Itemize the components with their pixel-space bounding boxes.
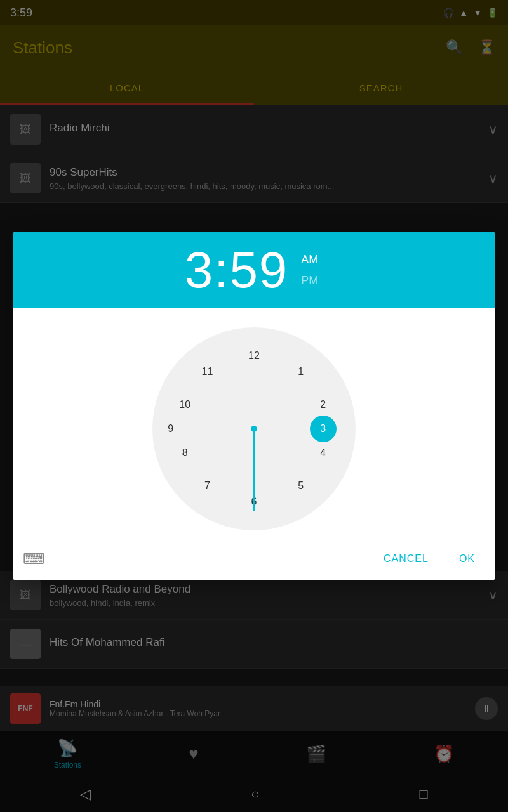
clock-number-8[interactable]: 8 [173, 442, 196, 464]
clock-number-3-selected[interactable]: 3 [310, 416, 337, 442]
ampm-selector: AM PM [296, 251, 323, 290]
clock-number-12[interactable]: 12 [243, 344, 265, 367]
clock-number-5[interactable]: 5 [290, 475, 312, 497]
ok-button[interactable]: OK [449, 548, 485, 570]
timepicker-dialog: 3:59 AM PM 12 1 2 3 4 5 [13, 232, 495, 580]
clock-number-7[interactable]: 7 [196, 475, 218, 497]
am-button[interactable]: AM [296, 251, 323, 269]
hours-display[interactable]: 3 [185, 242, 215, 298]
timepicker-overlay: 3:59 AM PM 12 1 2 3 4 5 [0, 0, 508, 812]
timepicker-time-display: 3:59 [185, 245, 289, 296]
minutes-display[interactable]: 59 [229, 242, 288, 298]
time-separator: : [214, 242, 229, 298]
clock-container: 12 1 2 3 4 5 6 7 8 9 10 [13, 308, 495, 543]
pm-button[interactable]: PM [296, 272, 323, 290]
clock-number-9[interactable]: 9 [159, 417, 182, 440]
clock-number-2[interactable]: 2 [312, 393, 335, 416]
dialog-actions: ⌨ CANCEL OK [13, 543, 495, 580]
cancel-button[interactable]: CANCEL [373, 548, 439, 570]
keyboard-icon[interactable]: ⌨ [23, 550, 45, 568]
dialog-buttons: CANCEL OK [373, 548, 485, 570]
timepicker-header: 3:59 AM PM [13, 232, 495, 308]
clock-number-1[interactable]: 1 [290, 360, 312, 383]
clock-hand [253, 429, 255, 511]
clock-number-11[interactable]: 11 [196, 360, 218, 383]
clock-center-dot [251, 426, 257, 432]
clock-number-10[interactable]: 10 [173, 393, 196, 416]
clock-number-4[interactable]: 4 [312, 442, 335, 464]
clock-face[interactable]: 12 1 2 3 4 5 6 7 8 9 10 [152, 327, 356, 530]
